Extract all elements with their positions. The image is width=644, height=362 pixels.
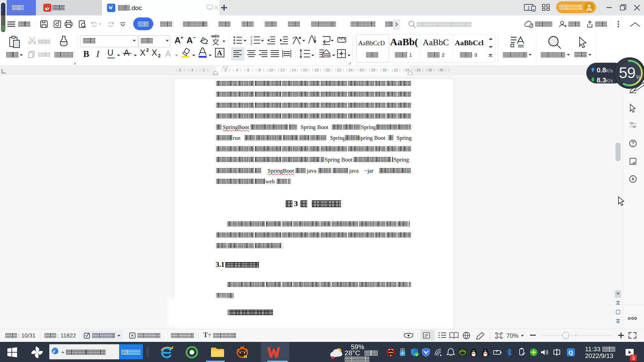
svg-text:A: A (217, 49, 222, 57)
svg-text:1: 1 (527, 5, 530, 10)
svg-text:Q: Q (569, 350, 573, 356)
svg-text:3: 3 (251, 42, 252, 45)
svg-text:1: 1 (251, 36, 252, 39)
